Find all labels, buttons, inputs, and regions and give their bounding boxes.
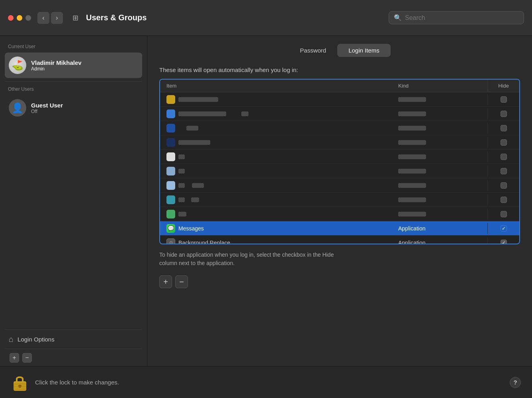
- table-row[interactable]: [160, 135, 519, 150]
- row-kind-cell: [392, 95, 487, 104]
- search-bar[interactable]: 🔍: [389, 11, 524, 24]
- row-kind-cell: [392, 109, 487, 119]
- messages-hide-cell: ✓: [487, 223, 519, 234]
- bg-replace-kind-cell: Application: [392, 237, 487, 244]
- row-hide-cell: [487, 137, 519, 148]
- table-row[interactable]: [160, 107, 519, 121]
- login-options-label: Login Options: [18, 336, 55, 343]
- hide-checkbox[interactable]: [501, 125, 507, 131]
- row-item-cell: [160, 207, 392, 221]
- search-input[interactable]: [405, 14, 519, 21]
- help-text: To hide an application when you log in, …: [159, 251, 520, 267]
- svg-rect-6: [14, 389, 26, 390]
- other-users-label: Other Users: [5, 85, 142, 95]
- hide-checkbox[interactable]: [501, 168, 507, 174]
- hide-checkbox[interactable]: [501, 154, 507, 160]
- current-user-item[interactable]: ⛳ Vladimir Mikhalev Admin: [5, 53, 142, 78]
- row-item-cell: [160, 193, 392, 207]
- app-grid-icon[interactable]: ⊞: [69, 12, 81, 24]
- row-item-cell: [160, 121, 392, 135]
- blurred-kind: [398, 169, 426, 174]
- titlebar: ‹ › ⊞ Users & Groups 🔍: [0, 0, 532, 36]
- blurred-extra: [241, 111, 248, 116]
- tab-password[interactable]: Password: [289, 44, 337, 57]
- bg-replace-item-cell: ⊙ Background Replace: [160, 236, 392, 244]
- search-icon: 🔍: [394, 14, 402, 21]
- remove-user-button[interactable]: −: [22, 353, 32, 363]
- table-row[interactable]: [160, 164, 519, 178]
- hide-checkbox[interactable]: [501, 111, 507, 117]
- row-item-cell: [160, 179, 392, 192]
- svg-rect-4: [14, 386, 26, 387]
- close-button[interactable]: [8, 15, 14, 21]
- row-hide-cell: [487, 180, 519, 191]
- remove-item-button[interactable]: −: [175, 275, 188, 288]
- blurred-kind: [398, 140, 426, 145]
- user-info: Vladimir Mikhalev Admin: [31, 59, 82, 72]
- table-row[interactable]: [160, 178, 519, 193]
- row-item-cell: [160, 107, 392, 121]
- table-row[interactable]: [160, 92, 519, 107]
- hide-checkbox[interactable]: [501, 211, 507, 217]
- divider: [5, 81, 142, 82]
- blurred-name: [186, 126, 198, 131]
- help-button[interactable]: ?: [510, 377, 521, 388]
- zoom-button[interactable]: [25, 15, 31, 21]
- app-icon: [166, 109, 175, 118]
- bg-replace-icon: ⊙: [166, 238, 175, 244]
- forward-button[interactable]: ›: [51, 12, 63, 24]
- blurred-kind: [398, 183, 426, 188]
- hide-checkbox[interactable]: [501, 182, 507, 189]
- add-item-button[interactable]: +: [159, 275, 172, 288]
- blurred-kind: [398, 126, 426, 131]
- messages-item-cell: 💬 Messages: [160, 222, 392, 235]
- window-controls: [8, 15, 31, 21]
- guest-user-status: Off: [31, 109, 63, 114]
- row-item-cell: [160, 150, 392, 164]
- table-body: 💬 Messages Application ✓ ⊙: [160, 92, 519, 244]
- row-kind-cell: [392, 138, 487, 147]
- blurred-extra: [191, 197, 199, 202]
- row-kind-cell: [392, 209, 487, 219]
- guest-user-item[interactable]: 👤 Guest User Off: [5, 95, 142, 121]
- minimize-button[interactable]: [17, 15, 22, 21]
- lock-icon-wrap[interactable]: [11, 372, 29, 393]
- hide-checkbox[interactable]: [501, 139, 507, 146]
- user-role: Admin: [31, 66, 82, 72]
- guest-user-name: Guest User: [31, 102, 63, 109]
- bg-replace-name: Background Replace: [178, 240, 230, 244]
- row-kind-cell: [392, 152, 487, 162]
- bg-replace-kind: Application: [398, 240, 426, 244]
- svg-rect-5: [14, 388, 26, 388]
- app-icon: [166, 138, 175, 147]
- login-options-item[interactable]: ⌂ Login Options: [5, 330, 142, 349]
- back-button[interactable]: ‹: [37, 12, 49, 24]
- col-item-header: Item: [160, 80, 392, 92]
- app-icon: [166, 195, 175, 204]
- table-row[interactable]: [160, 207, 519, 221]
- window-title: Users & Groups: [86, 13, 389, 22]
- action-buttons: + −: [159, 275, 520, 288]
- row-hide-cell: [487, 209, 519, 220]
- blurred-name: [178, 169, 185, 174]
- add-user-button[interactable]: +: [10, 353, 19, 363]
- app-icon: [166, 124, 175, 133]
- hide-checkbox[interactable]: [501, 96, 507, 103]
- table-row[interactable]: [160, 121, 519, 135]
- bg-replace-hide-checkbox[interactable]: ✓: [501, 240, 507, 244]
- messages-row[interactable]: 💬 Messages Application ✓: [160, 221, 519, 236]
- messages-name: Messages: [178, 225, 204, 232]
- blurred-kind: [398, 111, 426, 116]
- row-kind-cell: [392, 123, 487, 133]
- hide-checkbox[interactable]: [501, 197, 507, 203]
- app-icon: [166, 152, 175, 161]
- blurred-kind: [398, 97, 426, 102]
- tab-login-items[interactable]: Login Items: [337, 44, 391, 57]
- blurred-kind: [398, 212, 426, 217]
- blurred-name: [178, 154, 185, 159]
- messages-hide-checkbox[interactable]: ✓: [501, 225, 507, 232]
- content-area: These items will open automatically when…: [159, 66, 520, 354]
- table-row[interactable]: [160, 150, 519, 164]
- bg-replace-row[interactable]: ⊙ Background Replace Application ✓: [160, 236, 519, 244]
- table-row[interactable]: [160, 193, 519, 207]
